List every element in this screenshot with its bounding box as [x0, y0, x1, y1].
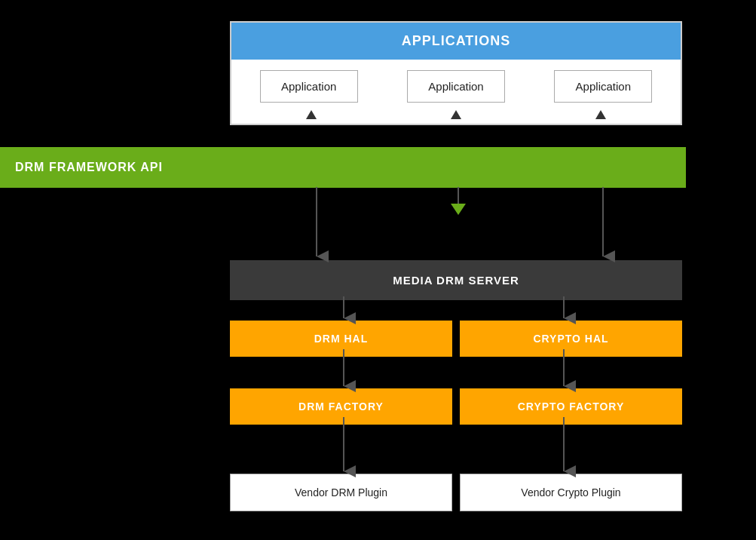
vendor-row: Vendor DRM Plugin Vendor Crypto Plugin — [230, 474, 682, 511]
framework-v-notch — [451, 204, 466, 215]
applications-items: Application Application Application — [231, 60, 681, 110]
drm-factory-box: DRM FACTORY — [230, 388, 452, 425]
crypto-factory-box: CRYPTO FACTORY — [460, 388, 682, 425]
application-box-2: Application — [407, 70, 505, 103]
applications-block: APPLICATIONS Application Application App… — [230, 21, 682, 125]
vendor-crypto-plugin-box: Vendor Crypto Plugin — [460, 474, 682, 511]
media-drm-server-bar: MEDIA DRM SERVER — [230, 260, 682, 300]
arrow-up-2 — [451, 110, 461, 119]
applications-header: APPLICATIONS — [231, 23, 681, 60]
crypto-hal-box: CRYPTO HAL — [460, 321, 682, 357]
arrow-up-3 — [595, 110, 606, 119]
application-box-1: Application — [260, 70, 358, 103]
application-box-3: Application — [554, 70, 652, 103]
hal-row: DRM HAL CRYPTO HAL — [230, 321, 682, 357]
arrow-up-1 — [306, 110, 317, 119]
arrows-down-row — [231, 110, 681, 124]
drm-framework-bar: DRM FRAMEWORK API — [0, 147, 686, 188]
vendor-drm-plugin-box: Vendor DRM Plugin — [230, 474, 452, 511]
drm-hal-box: DRM HAL — [230, 321, 452, 357]
factory-row: DRM FACTORY CRYPTO FACTORY — [230, 388, 682, 425]
diagram-container: APPLICATIONS Application Application App… — [0, 0, 756, 540]
